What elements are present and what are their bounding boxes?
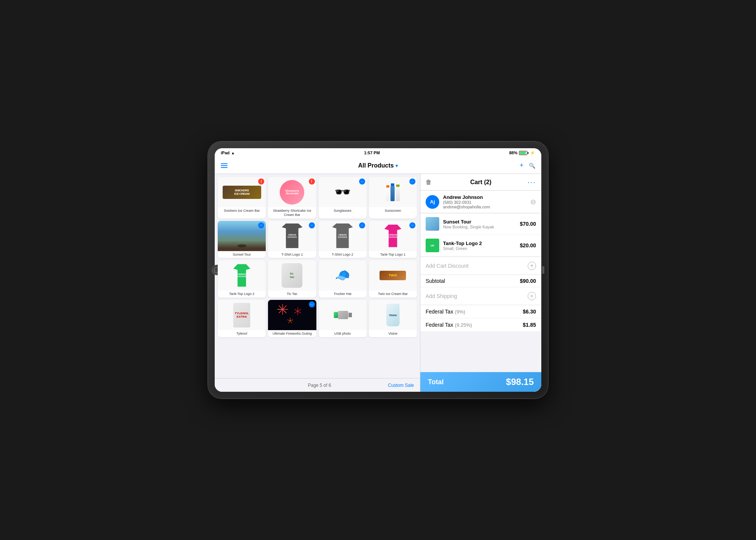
product-card-sunscreen[interactable]: ··· xyxy=(369,177,417,219)
cart-item-tanktop[interactable]: UK Tank-Top Logo 2 Small, Green $20.00 xyxy=(420,235,541,256)
product-name-truckerhat: Trucker Hat xyxy=(319,290,367,298)
side-button[interactable] xyxy=(542,266,544,274)
status-time: 1:57 PM xyxy=(364,151,380,155)
product-name-sunset-tour: Sunset Tour xyxy=(218,251,266,258)
product-card-tanktop2[interactable]: URBANKAYAKS Tank-Top Logo 2 xyxy=(218,260,266,298)
badge-more-14: ··· xyxy=(309,301,315,307)
cart-item-info-sunset: Sunset Tour New Booking, Single Kayak xyxy=(443,219,520,229)
customer-phone: (580) 302-0931 xyxy=(443,200,530,205)
navbar-center: All Products ▾ xyxy=(243,162,513,169)
product-name-tylenol: Tylenol xyxy=(218,330,266,337)
search-button[interactable]: 🔍 xyxy=(529,163,535,169)
product-card-sunset-tour[interactable]: ··· Sunset Tour xyxy=(218,221,266,258)
tax-row-2: Federal Tax (9.25%) $1.85 xyxy=(420,318,541,332)
product-name-fireworks: Ultimate Fireworks Outing xyxy=(268,330,316,337)
tax-row-1: Federal Tax (9%) $6.30 xyxy=(420,305,541,318)
tax-value-1: $6.30 xyxy=(523,309,536,315)
remove-customer-button[interactable]: ⊖ xyxy=(530,198,536,206)
product-name-twix: Twix Ice Cream Bar xyxy=(369,290,417,298)
product-image-visine: Visine xyxy=(369,300,417,330)
product-image-tshirt2: ··· URBANKAYAKS xyxy=(319,221,367,251)
product-card-snickers[interactable]: ! SNICKERSICE CREAM Snickers Ice Cream B… xyxy=(218,177,266,219)
add-cart-discount-button[interactable]: + xyxy=(528,262,536,270)
product-image-tshirt1: ··· URBANKAYAKS xyxy=(268,221,316,251)
add-cart-discount-row[interactable]: Add Cart Discount + xyxy=(420,257,541,275)
product-card-sunglasses[interactable]: ··· 🕶️ Sunglasses xyxy=(319,177,367,219)
product-name-tanktop1: Tank-Top Logo 1 xyxy=(369,251,417,258)
body-split: ! SNICKERSICE CREAM Snickers Ice Cream B… xyxy=(215,174,541,392)
tax-value-2: $1.85 xyxy=(523,322,536,328)
navbar: All Products ▾ + 🔍 xyxy=(215,157,541,174)
product-card-visine[interactable]: Visine Visine xyxy=(369,300,417,337)
product-card-twix[interactable]: TWIX Twix Ice Cream Bar xyxy=(369,260,417,298)
battery-percent: 88% xyxy=(509,151,517,155)
product-name-strawberry: Strawberry Shortcake Ice Cream Bar xyxy=(268,207,316,219)
pagination-text: Page 5 of 6 xyxy=(251,383,388,388)
product-card-fireworks[interactable]: ··· xyxy=(268,300,316,337)
trash-icon[interactable]: 🗑 xyxy=(426,179,432,186)
product-name-visine: Visine xyxy=(369,330,417,337)
custom-sale-button[interactable]: Custom Sale xyxy=(388,383,414,388)
cart-spacer xyxy=(420,332,541,372)
product-image-tanktop1: ··· URBANKAYAKS xyxy=(369,221,417,251)
cart-item-thumb-sunset xyxy=(426,217,439,231)
product-card-tshirt1[interactable]: ··· URBANKAYAKS T-Shirt Logo 1 xyxy=(268,221,316,258)
product-image-twix: TWIX xyxy=(369,260,417,290)
add-shipping-label: Add Shipping xyxy=(426,293,528,299)
add-shipping-row[interactable]: Add Shipping + xyxy=(420,287,541,305)
product-card-tylenol[interactable]: TYLENOLEXTRA Tylenol xyxy=(218,300,266,337)
tax-label-1: Federal Tax (9%) xyxy=(426,308,465,315)
product-image-tictac: tictac xyxy=(268,260,316,290)
product-name-tshirt2: T-Shirt Logo 2 xyxy=(319,251,367,258)
product-image-usb xyxy=(319,300,367,330)
cart-item-thumb-tanktop: UK xyxy=(426,239,439,252)
product-image-strawberry: ! Strawberry Shortcake xyxy=(268,177,316,207)
badge-more-6: ··· xyxy=(309,222,315,228)
menu-button[interactable] xyxy=(221,163,228,168)
product-image-snickers: ! SNICKERSICE CREAM xyxy=(218,177,266,207)
product-image-sunscreen: ··· xyxy=(369,177,417,207)
status-right: 88% ⚡ xyxy=(509,151,535,155)
app-content: All Products ▾ + 🔍 xyxy=(215,157,541,392)
product-card-truckerhat[interactable]: 🧢 Trucker Hat xyxy=(319,260,367,298)
product-card-tshirt2[interactable]: ··· URBANKAYAKS T-Shirt Logo 2 xyxy=(319,221,367,258)
badge-more-7: ··· xyxy=(359,222,365,228)
ipad-screen: iPad ▲ 1:57 PM 88% ⚡ xyxy=(215,148,541,392)
cart-item-sunset-tour[interactable]: Sunset Tour New Booking, Single Kayak $7… xyxy=(420,213,541,235)
add-product-button[interactable]: + xyxy=(519,161,524,169)
customer-avatar: Aj xyxy=(426,195,439,209)
chevron-down-icon[interactable]: ▾ xyxy=(395,163,398,169)
charging-icon: ⚡ xyxy=(530,151,535,155)
product-name-tshirt1: T-Shirt Logo 1 xyxy=(268,251,316,258)
badge-more-3: ··· xyxy=(359,178,365,185)
ipad-frame: iPad ▲ 1:57 PM 88% ⚡ xyxy=(208,141,548,399)
total-amount: $98.15 xyxy=(506,377,534,387)
customer-email: andrew@shopaholla.com xyxy=(443,205,530,209)
product-name-sunglasses: Sunglasses xyxy=(319,207,367,214)
product-card-tanktop1[interactable]: ··· URBANKAYAKS Tank-Top Logo 1 xyxy=(369,221,417,258)
wifi-icon: ▲ xyxy=(231,151,235,155)
cart-item-price-tanktop: $20.00 xyxy=(520,242,536,248)
cart-item-sub-sunset: New Booking, Single Kayak xyxy=(443,225,520,229)
cart-item-name-sunset: Sunset Tour xyxy=(443,219,520,225)
add-shipping-button[interactable]: + xyxy=(528,292,536,300)
total-bar[interactable]: Total $98.15 xyxy=(420,372,541,392)
product-card-strawberry[interactable]: ! Strawberry Shortcake Strawberry Shortc… xyxy=(268,177,316,219)
product-image-tanktop2: URBANKAYAKS xyxy=(218,260,266,290)
badge-more-5: ··· xyxy=(258,222,264,228)
badge-alert: ! xyxy=(258,178,264,185)
subtotal-value: $90.00 xyxy=(520,278,536,284)
status-left: iPad ▲ xyxy=(221,151,235,155)
cart-title: Cart (2) xyxy=(470,179,491,186)
product-name-usb: USB photo xyxy=(319,330,367,337)
customer-info: Andrew Johnson (580) 302-0931 andrew@sho… xyxy=(443,194,530,209)
more-options-button[interactable]: ··· xyxy=(527,178,536,186)
cart-item-name-tanktop: Tank-Top Logo 2 xyxy=(443,241,520,246)
status-bar: iPad ▲ 1:57 PM 88% ⚡ xyxy=(215,148,541,157)
cart-item-sub-tanktop: Small, Green xyxy=(443,246,520,251)
cart-panel: 🗑 Cart (2) ··· Aj Andrew Johnson (580) 3… xyxy=(420,174,541,392)
product-card-tictac[interactable]: tictac Tic Tac xyxy=(268,260,316,298)
cart-items: Sunset Tour New Booking, Single Kayak $7… xyxy=(420,213,541,256)
product-card-usb[interactable]: USB photo xyxy=(319,300,367,337)
pagination-bar: Page 5 of 6 Custom Sale xyxy=(215,378,420,392)
